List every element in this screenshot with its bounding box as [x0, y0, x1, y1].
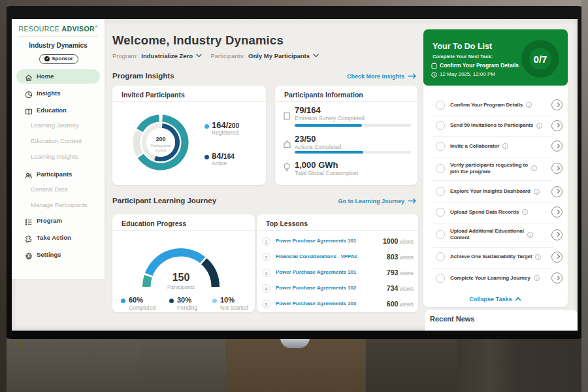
svg-text:Participants: Participants — [151, 144, 171, 148]
svg-text:Participants: Participants — [167, 284, 195, 290]
svg-text:0/7: 0/7 — [534, 54, 547, 65]
svg-text:150: 150 — [172, 272, 190, 283]
svg-text:Invited: Invited — [155, 148, 166, 152]
svg-text:200: 200 — [155, 136, 165, 142]
